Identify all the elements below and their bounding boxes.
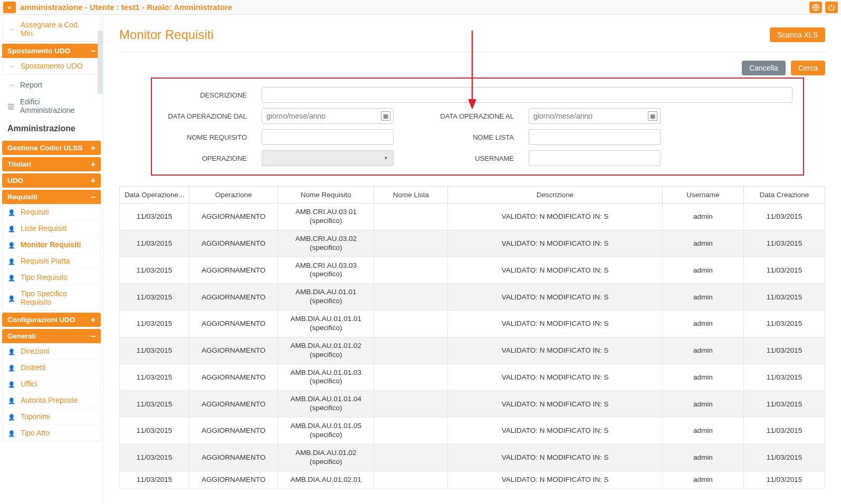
table-row[interactable]: 11/03/2015AGGIORNAMENTOAMB.DIA.AU.01.02(… <box>120 444 825 471</box>
sidebar-item[interactable]: Liste Requisiti <box>3 220 100 237</box>
main-content: Monitor Requisiti Scarica XLS Cancella C… <box>103 15 841 504</box>
sidebar-link[interactable]: ▥Edifici Amministrazione <box>2 93 101 119</box>
column-header[interactable]: Nome Requisito <box>278 187 374 203</box>
sidebar-scrollbar[interactable] <box>98 31 103 94</box>
results-table: Data Operazione...OperazioneNome Requisi… <box>119 186 825 489</box>
sidebar-item[interactable]: Requisiti <box>3 204 100 220</box>
cell-data-op: 11/03/2015 <box>120 364 189 391</box>
username-input[interactable] <box>529 150 661 166</box>
cell-descrizione: VALIDATO: N MODIFICATO IN: S <box>448 444 662 471</box>
nome-lista-input[interactable] <box>529 129 661 145</box>
power-icon[interactable] <box>825 2 838 13</box>
sidebar-item-label: Tipo Requisito <box>21 273 68 282</box>
cell-data-op: 11/03/2015 <box>120 230 189 257</box>
cell-username: admin <box>662 203 743 230</box>
user-icon <box>8 380 15 388</box>
cell-data-op: 11/03/2015 <box>120 203 189 230</box>
link-icon: ▥ <box>7 102 15 110</box>
column-header[interactable]: Data Operazione... <box>120 187 189 203</box>
cell-nome-lista <box>374 471 448 489</box>
cell-data-creazione: 11/03/2015 <box>743 364 825 391</box>
sidebar-item[interactable]: Uffici <box>3 376 100 392</box>
user-icon <box>8 396 15 404</box>
table-row[interactable]: 11/03/2015AGGIORNAMENTOAMB.DIA.AU.01.02.… <box>120 471 825 489</box>
user-icon <box>8 294 15 302</box>
sidebar-item[interactable]: Monitor Requisiti <box>3 237 100 253</box>
sidebar-panel-header[interactable]: Generali− <box>2 329 101 343</box>
sidebar-panel-header[interactable]: UDO+ <box>2 173 101 188</box>
cell-data-creazione: 11/03/2015 <box>743 311 825 337</box>
panel-title: UDO <box>7 177 23 185</box>
sidebar-item[interactable]: Tipo Requisito <box>3 269 100 286</box>
sidebar-item[interactable]: Requisiti Piatta <box>3 253 100 269</box>
cell-username: admin <box>662 418 743 444</box>
cell-data-creazione: 11/03/2015 <box>743 418 825 444</box>
sidebar-item-label: Direzioni <box>21 347 49 355</box>
user-icon <box>8 347 15 355</box>
column-header[interactable]: Username <box>662 187 743 203</box>
sidebar-item[interactable]: Autorita Preposte <box>3 392 100 409</box>
sidebar-item-label: Requisiti <box>21 208 49 216</box>
collapse-sidebar-button[interactable]: « <box>3 2 16 13</box>
sidebar-item[interactable]: Tipo Specifico Requisito <box>3 286 100 310</box>
sidebar-item-label: Autorita Preposte <box>21 396 78 404</box>
sidebar-panel-header[interactable]: Spostamento UDO− <box>2 44 101 58</box>
sidebar-panel-header[interactable]: Configurazioni UDO+ <box>2 313 101 327</box>
user-icon <box>8 257 15 265</box>
sidebar-item[interactable]: Distretti <box>3 360 100 376</box>
search-button[interactable]: Cerca <box>791 61 825 75</box>
cell-op: AGGIORNAMENTO <box>189 364 278 391</box>
minus-icon: − <box>91 47 95 55</box>
column-header[interactable]: Nome Lista <box>374 187 448 203</box>
sidebar-panel-header[interactable]: Titolari+ <box>2 157 101 171</box>
cell-username: admin <box>662 230 743 257</box>
table-row[interactable]: 11/03/2015AGGIORNAMENTOAMB.DIA.AU.01.01.… <box>120 364 825 391</box>
user-icon <box>8 364 15 372</box>
cell-data-creazione: 11/03/2015 <box>743 230 825 257</box>
column-header[interactable]: Descrizione <box>448 187 662 203</box>
sidebar-item-label: Uffici <box>21 380 37 388</box>
descrizione-input[interactable] <box>262 87 792 103</box>
cell-data-op: 11/03/2015 <box>120 418 189 444</box>
cell-op: AGGIORNAMENTO <box>189 418 278 444</box>
cell-data-creazione: 11/03/2015 <box>743 471 825 489</box>
nome-requisito-input[interactable] <box>262 129 394 145</box>
sidebar-item[interactable]: Toponimi <box>3 409 100 425</box>
panel-title: Spostamento UDO <box>7 47 70 55</box>
table-row[interactable]: 11/03/2015AGGIORNAMENTOAMB.DIA.AU.01.01.… <box>120 418 825 444</box>
cell-data-op: 11/03/2015 <box>120 471 189 489</box>
panel-title: Requisiti <box>7 193 37 201</box>
operazione-select[interactable] <box>262 150 394 166</box>
sidebar-link[interactable]: →Report <box>2 76 101 93</box>
sidebar-item[interactable]: Tipo Atto <box>3 425 100 441</box>
sidebar-item-assegnare-cod-min[interactable]: → Assegnare a Cod. Min. <box>3 17 100 41</box>
data-al-input[interactable] <box>529 108 661 124</box>
data-dal-input[interactable] <box>262 108 394 124</box>
sidebar-item[interactable]: Direzioni <box>3 343 100 360</box>
column-header[interactable]: Data Creazione <box>743 187 825 203</box>
column-header[interactable]: Operazione <box>189 187 278 203</box>
cell-data-creazione: 11/03/2015 <box>743 444 825 471</box>
sidebar-item[interactable]: →Spostamento UDO <box>3 58 100 74</box>
cancel-button[interactable]: Cancella <box>742 61 785 75</box>
table-row[interactable]: 11/03/2015AGGIORNAMENTOAMB.DIA.AU.01.01.… <box>120 391 825 418</box>
cell-nome-requisito: AMB.CRI.AU.03.01(specifico) <box>278 203 374 230</box>
cell-data-creazione: 11/03/2015 <box>743 284 825 311</box>
calendar-icon[interactable]: ▦ <box>381 111 390 121</box>
cell-nome-lista <box>374 284 448 311</box>
table-row[interactable]: 11/03/2015AGGIORNAMENTOAMB.CRI.AU.03.01(… <box>120 203 825 230</box>
sidebar-panel-header[interactable]: Requisiti− <box>2 190 101 204</box>
table-row[interactable]: 11/03/2015AGGIORNAMENTOAMB.DIA.AU.01.01.… <box>120 311 825 337</box>
cell-op: AGGIORNAMENTO <box>189 203 278 230</box>
table-row[interactable]: 11/03/2015AGGIORNAMENTOAMB.CRI.AU.03.03(… <box>120 257 825 284</box>
link-icon: → <box>7 81 15 89</box>
table-row[interactable]: 11/03/2015AGGIORNAMENTOAMB.DIA.AU.01.01(… <box>120 284 825 311</box>
sidebar-item-label: Monitor Requisiti <box>21 240 81 249</box>
table-row[interactable]: 11/03/2015AGGIORNAMENTOAMB.DIA.AU.01.01.… <box>120 337 825 364</box>
table-row[interactable]: 11/03/2015AGGIORNAMENTOAMB.CRI.AU.03.02(… <box>120 230 825 257</box>
sidebar-panel-header[interactable]: Gestione Codici ULSS+ <box>2 141 101 155</box>
calendar-icon[interactable]: ▦ <box>648 111 657 121</box>
cell-data-op: 11/03/2015 <box>120 444 189 471</box>
download-xls-button[interactable]: Scarica XLS <box>770 27 825 42</box>
globe-icon[interactable] <box>809 2 822 13</box>
